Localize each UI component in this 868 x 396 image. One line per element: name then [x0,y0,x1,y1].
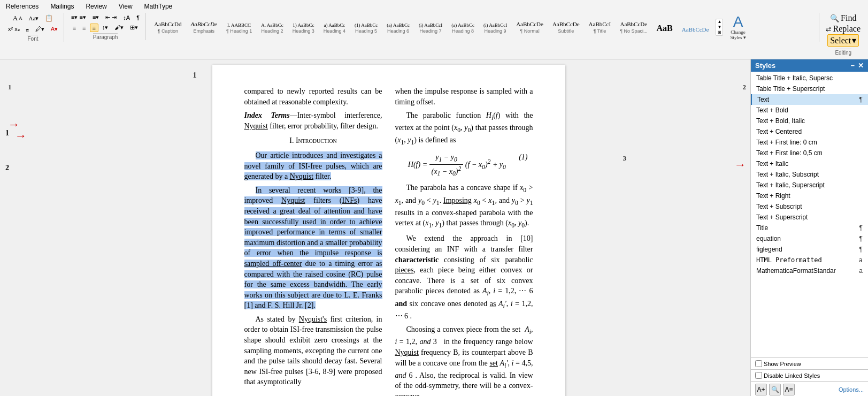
change-styles-button[interactable]: A ChangeStyles ▾ [727,13,748,42]
style-title[interactable]: AaBbCcI ¶ Title [585,19,615,35]
style-scroll-down[interactable]: ▼ [716,25,723,30]
style-emphasis[interactable]: AaBbCcDe Emphasis [187,19,220,35]
multilevel[interactable]: ≡▾ [90,13,102,22]
right-para3: We extend the approach in [10] consideri… [395,233,533,321]
style-item-text-italic[interactable]: Text + Italic [751,158,868,169]
style-item-text-first05[interactable]: Text + First line: 0,5 cm [751,148,868,158]
font-size-controls[interactable]: AA [10,13,25,24]
editing-group: 🔍 Find ⇄ Replace Select ▾ Editing [820,13,866,56]
style-item-text-super[interactable]: Text + Superscript [751,212,868,223]
menu-mailings[interactable]: Mailings [49,2,75,11]
style-item-text-bold[interactable]: Text + Bold [751,105,868,116]
style-item-figlegend[interactable]: figlegend ¶ [751,244,868,255]
align-justify[interactable]: ≡ [90,24,98,32]
style-item-equation[interactable]: equation ¶ [751,233,868,244]
style-scroll[interactable]: ▲ ▼ ⊞ [716,19,723,36]
app-body: 1 → 2 1 compared to newly reported resul… [0,59,868,396]
style-item-text[interactable]: Text ¶ [751,94,868,105]
style-caption[interactable]: AaBbCcDd ¶ Caption [150,19,185,35]
red-arrow-annotation-right: → [734,158,746,172]
style-heading9[interactable]: (i) AaBbCcI Heading 9 [480,21,511,35]
select-dropdown-icon: ▾ [852,35,856,45]
borders[interactable]: ⊞▾ [127,23,141,32]
style-scroll-up[interactable]: ▲ [716,19,723,25]
style-heading2[interactable]: A. AaBbCc Heading 2 [257,21,287,35]
show-hide[interactable]: ¶ [134,13,142,22]
ribbon: References Mailings Review View MathType… [0,0,868,59]
font-color[interactable]: A▾ [48,25,60,34]
intro-para3: As stated by Nyquist's first criterion, … [244,314,382,387]
red-arrow-annotation-left: → [8,118,20,132]
manage-styles-button[interactable]: A≡ [783,384,795,395]
shading[interactable]: 🖌▾ [112,23,126,32]
paragraph-label: Paragraph [93,33,118,40]
replace-button[interactable]: ⇄ Replace [824,24,863,34]
indent[interactable]: ⇤ ⇥ [103,13,119,22]
style-extra[interactable]: AaBbCcDe [678,25,713,35]
style-item-text-italic-sub[interactable]: Text + Italic, Subscript [751,169,868,180]
highlight-color[interactable]: 🖊▾ [33,25,47,34]
style-item-text-italic-super[interactable]: Text + Italic, Superscript [751,180,868,191]
style-heading8[interactable]: (a) AaBbCc Heading 8 [448,21,478,35]
style-subtitle[interactable]: AaBbCcDe Subtitle [549,19,583,35]
disable-linked-checkbox[interactable]: Disable Linked Styles [755,372,820,379]
style-inspector-button[interactable]: 🔍 [769,384,781,395]
style-item-table-title-super[interactable]: Table Title + Superscript [751,83,868,94]
font-face[interactable]: Aa▾ [26,14,42,23]
document-area[interactable]: 1 compared to newly reported results can… [27,59,750,396]
right-column: when the impulse response is sampled wit… [395,86,533,396]
annotation-2-label: 2 [5,164,9,172]
style-heading5[interactable]: (1) AaBbCc Heading 5 [351,21,381,35]
style-item-text-centered[interactable]: Text + Centered [751,126,868,137]
style-item-text-first0[interactable]: Text + First line: 0 cm [751,137,868,148]
style-aab[interactable]: AaB [653,21,677,35]
superscript[interactable]: x² x₂ [5,25,22,34]
style-heading1[interactable]: I. AABBCC ¶ Heading 1 [222,21,256,35]
formula-number: (1) [519,152,527,163]
bullets[interactable]: ≡▾ ≡▾ [68,13,89,22]
style-item-title[interactable]: Title ¶ [751,223,868,233]
style-heading6[interactable]: (a) AaBbCc Heading 6 [383,21,413,35]
style-normal[interactable]: AaBbCcDe ¶ Normal [512,19,547,35]
style-item-table-title-italic[interactable]: Table Title + Italic, Supersc [751,73,868,83]
two-column-layout: compared to newly reported results can b… [244,86,533,396]
intro-para2: In several recent works [3-9], the impro… [244,185,382,311]
replace-label: Replace [833,24,861,34]
style-heading7[interactable]: (i) AaBbCcI Heading 7 [415,21,446,35]
style-heading3[interactable]: 1) AaBbCc Heading 3 [289,21,318,35]
style-heading4[interactable]: a) AaBbCc Heading 4 [320,21,349,35]
style-scroll-more[interactable]: ⊞ [716,30,723,35]
style-item-text-bold-italic[interactable]: Text + Bold, Italic [751,116,868,126]
show-preview-checkbox[interactable]: Show Preview [755,360,801,367]
select-button[interactable]: Select ▾ [827,34,859,47]
page: 1 compared to newly reported results can… [212,65,565,396]
menu-review[interactable]: Review [84,2,108,11]
menu-view[interactable]: View [117,2,134,11]
strikethrough[interactable]: a [24,25,32,34]
style-item-text-sub[interactable]: Text + Subscript [751,201,868,212]
annotation-num-2: 2 [743,83,747,92]
options-link[interactable]: Options... [839,386,864,393]
styles-panel-list[interactable]: Table Title + Italic, Supersc Table Titl… [751,72,868,357]
align-left[interactable]: ≡ [70,24,79,32]
line-spacing[interactable]: ↕▾ [99,23,111,32]
right-para1: The parabolic function Hi(f) with the ve… [395,110,533,147]
align-center[interactable]: ≡ [80,24,88,32]
change-styles-label: ChangeStyles ▾ [730,29,746,40]
style-item-text-right[interactable]: Text + Right [751,191,868,201]
menu-mathtype[interactable]: MathType [143,2,174,11]
sort[interactable]: ↕A [120,13,133,22]
styles-panel-icon-row: A+ 🔍 A≡ Options... [751,381,868,396]
new-style-button[interactable]: A+ [755,384,767,395]
menu-references[interactable]: References [4,2,40,11]
style-item-html-preformatted[interactable]: HTML Preformatted a [751,255,868,265]
style-nospace[interactable]: AaBbCcDe ¶ No Spaci... [616,19,651,35]
styles-panel-close[interactable]: ✕ [858,62,864,70]
find-button[interactable]: 🔍 Find [828,13,858,24]
style-item-mathematica[interactable]: MathematicaFormatStandar a [751,265,868,276]
clipboard[interactable]: 📋 [42,13,56,23]
styles-panel-minimize[interactable]: − [850,62,855,70]
index-terms: Index Terms—Inter-symbol interference, N… [244,110,382,131]
select-label: Select [830,36,851,45]
disable-linked-footer: Disable Linked Styles [751,369,868,381]
